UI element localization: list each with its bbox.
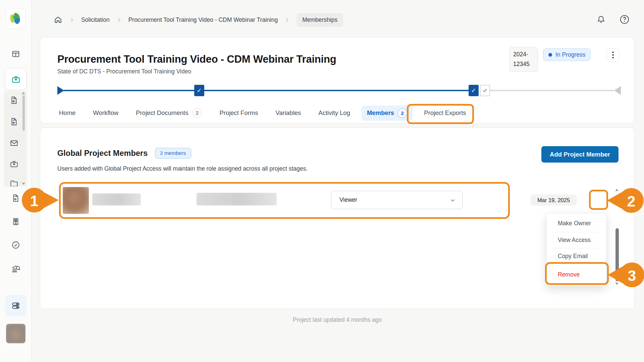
- sidebar-item-organization[interactable]: [11, 217, 20, 226]
- member-email-redacted: [197, 193, 277, 205]
- tab-project-forms[interactable]: Project Forms: [211, 103, 267, 123]
- notifications-button[interactable]: [596, 14, 606, 25]
- sidebar-item-mail[interactable]: [10, 139, 18, 147]
- timeline-end-icon: [614, 86, 621, 95]
- document-report-icon: [10, 117, 18, 126]
- tab-members-active[interactable]: Members 2: [362, 106, 413, 121]
- menu-item-view-access[interactable]: View Access: [547, 233, 606, 247]
- sidebar-item-approvals[interactable]: [11, 241, 20, 249]
- member-added-date: Mar 19, 2025: [530, 194, 577, 206]
- scroll-down-icon[interactable]: [615, 283, 619, 285]
- menu-divider: [551, 248, 601, 248]
- breadcrumb-solicitation[interactable]: Solicitation: [81, 16, 110, 23]
- breadcrumb-project[interactable]: Procurement Tool Training Video - CDM We…: [128, 16, 278, 23]
- timeline-segment: [204, 90, 469, 91]
- check-circle-icon: [11, 241, 20, 249]
- page-title: Procurement Tool Training Video - CDM We…: [57, 53, 336, 65]
- menu-item-remove[interactable]: Remove: [547, 266, 606, 283]
- logo-leaves-icon: [8, 11, 23, 26]
- member-name-redacted: [92, 193, 141, 205]
- status-label: In Progress: [555, 51, 585, 58]
- tab-count-badge: 2: [192, 108, 202, 118]
- folder-icon: [10, 179, 18, 186]
- chevron-right-icon: [69, 17, 74, 22]
- timeline-start-icon: [57, 86, 64, 95]
- selected-role: Viewer: [339, 196, 357, 203]
- member-actions-button[interactable]: [610, 194, 623, 208]
- sidebar-item-data-active[interactable]: [5, 295, 26, 316]
- scroll-down-icon[interactable]: [22, 183, 25, 185]
- breadcrumb: Solicitation Procurement Tool Training V…: [54, 11, 343, 28]
- member-row: Viewer Mar 19, 2025: [57, 183, 619, 219]
- sidebar: [0, 0, 32, 362]
- workflow-progress-timeline: ✓ ✓: [57, 85, 623, 96]
- member-role-select[interactable]: Viewer: [331, 191, 463, 209]
- briefcase-icon: [11, 75, 20, 84]
- last-updated-text: Project last updated 4 months ago: [40, 316, 635, 323]
- breadcrumb-memberships[interactable]: Memberships: [297, 13, 343, 27]
- menu-item-make-owner[interactable]: Make Owner: [547, 216, 606, 231]
- scroll-up-icon[interactable]: [22, 92, 25, 94]
- menu-item-copy-email[interactable]: Copy Email: [547, 249, 606, 263]
- project-more-actions-button[interactable]: [607, 48, 619, 62]
- member-avatar: [63, 187, 89, 214]
- tab-count-badge: 2: [397, 108, 407, 118]
- members-card: Global Project Members 2 members Users a…: [40, 127, 635, 309]
- sidebar-item-dashboard[interactable]: [11, 50, 20, 58]
- document-report-icon: [10, 96, 18, 105]
- app-window: Solicitation Procurement Tool Training V…: [0, 0, 644, 362]
- member-actions-menu: Make Owner View Access Copy Email Remove: [546, 213, 606, 286]
- timeline-step-complete-icon[interactable]: ✓: [194, 85, 204, 96]
- project-id-box: 2024-12345: [509, 47, 538, 72]
- sidebar-item-document-3[interactable]: [11, 194, 20, 202]
- add-project-member-button[interactable]: Add Project Member: [541, 146, 619, 163]
- status-dot-icon: [548, 53, 552, 57]
- app-logo[interactable]: [6, 9, 26, 29]
- sidebar-item-document-1[interactable]: [10, 96, 18, 105]
- tab-activity-log[interactable]: Activity Log: [310, 103, 359, 123]
- tab-project-documents[interactable]: Project Documents 2: [127, 103, 211, 123]
- section-heading: Global Project Members: [57, 149, 148, 158]
- chevron-right-icon: [284, 17, 290, 22]
- sidebar-item-procurement-search[interactable]: [11, 264, 20, 274]
- tab-variables[interactable]: Variables: [267, 103, 310, 123]
- help-button[interactable]: [619, 14, 630, 25]
- chevron-down-icon: [450, 197, 455, 203]
- government-search-icon: [11, 264, 20, 274]
- sidebar-scrollbar-thumb[interactable]: [22, 95, 25, 131]
- mail-icon: [10, 139, 18, 147]
- servers-icon: [11, 301, 20, 310]
- sidebar-item-briefcase[interactable]: [10, 160, 18, 168]
- building-icon: [11, 217, 20, 226]
- timeline-step-complete-icon[interactable]: ✓: [469, 85, 479, 96]
- tab-home[interactable]: Home: [50, 103, 84, 123]
- project-subtitle: State of DC DTS - Procurement Tool Train…: [57, 68, 191, 75]
- document-report-icon: [11, 194, 20, 202]
- status-badge[interactable]: In Progress: [543, 48, 591, 61]
- scroll-up-icon[interactable]: [615, 189, 619, 191]
- project-header-card: Procurement Tool Training Video - CDM We…: [40, 37, 635, 124]
- sidebar-item-document-2[interactable]: [10, 117, 18, 126]
- home-icon[interactable]: [54, 15, 62, 24]
- timeline-segment-future: [490, 90, 614, 91]
- content-scrollbar-thumb[interactable]: [615, 228, 619, 281]
- user-avatar[interactable]: [6, 324, 25, 343]
- briefcase-icon: [10, 160, 18, 168]
- dashboard-icon: [11, 50, 20, 58]
- project-tabs: Home Workflow Project Documents 2 Projec…: [50, 103, 475, 123]
- tab-project-exports[interactable]: Project Exports: [415, 103, 475, 123]
- menu-divider: [551, 232, 601, 232]
- timeline-segment: [63, 90, 194, 91]
- sidebar-scroll-group: [4, 91, 27, 186]
- sidebar-item-folder[interactable]: [10, 179, 18, 186]
- chevron-right-icon: [116, 17, 122, 22]
- tab-workflow[interactable]: Workflow: [84, 103, 127, 123]
- section-description: Users added with Global Project Access w…: [57, 165, 308, 172]
- member-count-badge: 2 members: [155, 148, 191, 159]
- timeline-step-pending-icon[interactable]: [480, 85, 490, 96]
- bell-icon: [596, 14, 606, 24]
- sidebar-item-projects-active[interactable]: [5, 68, 26, 90]
- help-icon: [619, 14, 630, 25]
